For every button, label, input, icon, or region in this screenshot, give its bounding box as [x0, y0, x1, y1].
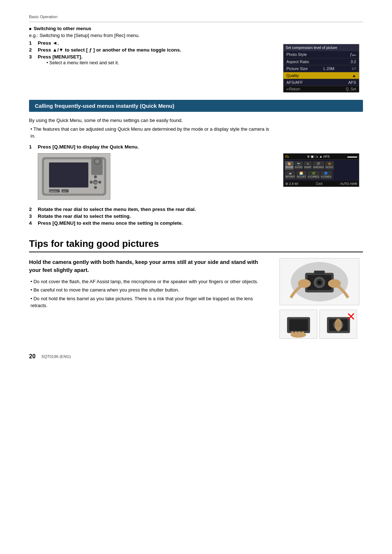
- qstep-2: 2 Rotate the rear dial to select the men…: [29, 207, 274, 212]
- qmenu-cell-r2c4: 🔵V-CNEV: [320, 171, 332, 179]
- menu-row-quality-label: Quality: [286, 73, 299, 78]
- qstep-3-num: 3: [29, 213, 35, 219]
- menu-screenshot-col: Set compression level of picture Photo S…: [283, 40, 363, 93]
- tips-illustration-correct: [279, 310, 317, 339]
- tips-images-col: [279, 258, 363, 339]
- breadcrumb: Basic Operation: [29, 15, 363, 19]
- tips-bullet-1: Do not cover the flash, the AF Assist la…: [30, 278, 271, 285]
- qstep-2-num: 2: [29, 207, 35, 212]
- tips-illustration-top: [279, 258, 359, 305]
- switching-steps-col: 1 Press ◄. 2 Press ▲/▼ to select [ ƒ ] o…: [29, 40, 274, 67]
- page-footer: 20 SQT0196 (ENG): [29, 353, 363, 360]
- step-3-text: Press [MENU/SET].: [38, 54, 82, 60]
- svg-rect-5: [49, 162, 88, 187]
- qstep-4: 4 Press [Q.MENU] to exit the menu once t…: [29, 220, 274, 226]
- qmenu-status-mid: ⊕ ▣ □₁ ▲ AFS: [307, 155, 330, 158]
- qmenu-status-left: C₁: [285, 155, 289, 158]
- menu-row-picturesize-value: L 20M: [323, 66, 334, 71]
- qmenu-bottom-mid: ☑±0: [316, 182, 322, 186]
- quick-menu-steps-col: By using the Quick Menu, some of the men…: [29, 117, 274, 227]
- menu-row-photostyle: Photo Style ƒ₂ₘ: [283, 51, 359, 58]
- qmenu-cell-r1c1: 🎨SVVD: [285, 161, 294, 170]
- menu-row-afsaff-label: AFS/AFF: [286, 80, 303, 85]
- tips-illustration-wrong: [319, 310, 357, 339]
- svg-rect-32: [298, 331, 301, 336]
- switching-two-col: 1 Press ◄. 2 Press ▲/▼ to select [ ƒ ] o…: [29, 40, 363, 93]
- svg-point-23: [318, 281, 321, 284]
- qmenu-top-row: C₁ ⊕ ▣ □₁ ▲ AFS ▬▬▬: [283, 154, 359, 160]
- menu-row-photostyle-label: Photo Style: [286, 52, 307, 57]
- qmenu-bottom-left: ⊞ 2.8 60: [285, 182, 298, 186]
- qmenu-cell-r2c3: 🌿V-CINES: [307, 171, 320, 179]
- qmenu-screenshot: C₁ ⊕ ▣ □₁ ▲ AFS ▬▬▬ 🎨SVVD 📷SVVD ℕSNAT 🎬S…: [283, 153, 359, 187]
- switching-menus-heading: Switching to other menus: [29, 26, 363, 31]
- step-2-content: Press ▲/▼ to select [ ƒ ] or another of …: [38, 47, 181, 53]
- menu-row-quality-value: ▲: [352, 73, 356, 78]
- qstep-3-text: Rotate the rear dial to select the setti…: [38, 213, 131, 219]
- svg-text:Fn1: Fn1: [63, 190, 66, 192]
- page-indicator: 1/7: [351, 67, 356, 70]
- menu-row-picturesize-label: Picture Size: [286, 66, 308, 71]
- qstep-1: 1 Press [Q.MENU] to display the Quick Me…: [29, 144, 274, 150]
- menu-row-aspect-label: Aspect Ratio: [286, 60, 309, 64]
- camera-back-svg: QMENU Fn1 SET: [38, 153, 110, 200]
- svg-point-12: [94, 175, 97, 178]
- step-1-text: Press ◄.: [38, 40, 59, 46]
- qmenu-status-right: ▬▬▬: [347, 155, 357, 158]
- tips-bullet-3: Do not hold the lens barrel as you take …: [30, 295, 271, 309]
- qmenu-grid-wrap: 🎨SVVD 📷SVVD ℕSNAT 🎬SMONO 🔆SCNY ⛰SPORT 🌅S…: [283, 160, 359, 181]
- svg-rect-24: [314, 270, 325, 274]
- qmenu-bottom-bar: ⊞ 2.8 60 ☑±0 AUTO AWB: [283, 181, 359, 187]
- qstep-3: 3 Rotate the rear dial to select the set…: [29, 213, 274, 219]
- menu-row-aspect-value: 3:2: [351, 60, 356, 64]
- menu-screenshot: Set compression level of picture Photo S…: [283, 44, 359, 93]
- menu-row-afsaff: AFS/AFF AFS: [283, 79, 359, 86]
- quick-menu-bullet-1: The features that can be adjusted using …: [30, 126, 274, 140]
- step-3-sub: Select a menu item next and set it.: [46, 60, 119, 65]
- menu-footer-return: ↩Return: [286, 87, 300, 91]
- qmenu-row1: 🎨SVVD 📷SVVD ℕSNAT 🎬SMONO 🔆SCNY: [285, 161, 358, 170]
- qmenu-cell-r1c2: 📷SVVD: [294, 161, 303, 170]
- svg-point-4: [95, 159, 99, 163]
- qstep-1-num: 1: [29, 144, 35, 150]
- qmenu-cell-r2c5: [332, 171, 333, 179]
- step-1-num: 1: [29, 40, 35, 46]
- svg-rect-26: [289, 319, 308, 331]
- menu-footer-set: Q. Set: [346, 87, 356, 91]
- qmenu-cell-r1c3: ℕSNAT: [304, 161, 312, 170]
- step-3-content: Press [MENU/SET]. Select a menu item nex…: [38, 54, 119, 65]
- tips-intro-bold: Hold the camera gently with both hands, …: [29, 258, 271, 274]
- tips-illustration-bottom-pair: [279, 310, 363, 339]
- svg-rect-31: [295, 331, 297, 336]
- quick-menu-section: By using the Quick Menu, some of the men…: [29, 117, 363, 227]
- svg-point-14: [90, 180, 93, 183]
- qmenu-cell-r2c1: ⛰SPORT: [285, 171, 295, 179]
- tips-text-col: Hold the camera gently with both hands, …: [29, 258, 271, 339]
- menu-row-quality: Quality ▲: [283, 72, 359, 79]
- svg-point-13: [94, 186, 97, 189]
- page-number: 20: [29, 353, 36, 360]
- step-3-num: 3: [29, 54, 35, 65]
- tips-title: Tips for taking good pictures: [29, 238, 363, 252]
- svg-text:SET: SET: [94, 181, 99, 183]
- qmenu-screenshot-col: C₁ ⊕ ▣ □₁ ▲ AFS ▬▬▬ 🎨SVVD 📷SVVD ℕSNAT 🎬S…: [283, 150, 363, 187]
- menu-row-photostyle-value: ƒ₂ₘ: [350, 52, 356, 57]
- step-3: 3 Press [MENU/SET]. Select a menu item n…: [29, 54, 274, 65]
- qmenu-bottom-right: AUTO AWB: [340, 182, 357, 186]
- quick-menu-banner: Calling frequently-used menus instantly …: [29, 100, 363, 112]
- quick-menu-steps-list: 1 Press [Q.MENU] to display the Quick Me…: [29, 144, 274, 150]
- step-1: 1 Press ◄.: [29, 40, 274, 46]
- tips-bullet-2: Be careful not to move the camera when y…: [30, 286, 271, 294]
- tips-two-col: Hold the camera gently with both hands, …: [29, 258, 363, 339]
- tips-section: Tips for taking good pictures Hold the c…: [29, 238, 363, 339]
- example-text: e.g.: Switching to the [Setup] menu from…: [29, 33, 363, 38]
- svg-rect-33: [302, 331, 304, 336]
- step-2-text: Press ▲/▼ to select [ ƒ ] or another of …: [38, 47, 181, 53]
- qmenu-row2: ⛰SPORT 🌅SCLRT 🌿V-CINES 🔵V-CNEV: [285, 171, 358, 179]
- svg-text:QMENU: QMENU: [49, 190, 57, 192]
- step-2: 2 Press ▲/▼ to select [ ƒ ] or another o…: [29, 47, 274, 53]
- camera-back-image-wrap: QMENU Fn1 SET: [38, 153, 274, 201]
- qstep-2-text: Rotate the rear dial to select the menu …: [38, 207, 196, 212]
- page-code: SQT0196 (ENG): [41, 354, 71, 359]
- qmenu-cell-r2c2: 🌅SCLRT: [296, 171, 306, 179]
